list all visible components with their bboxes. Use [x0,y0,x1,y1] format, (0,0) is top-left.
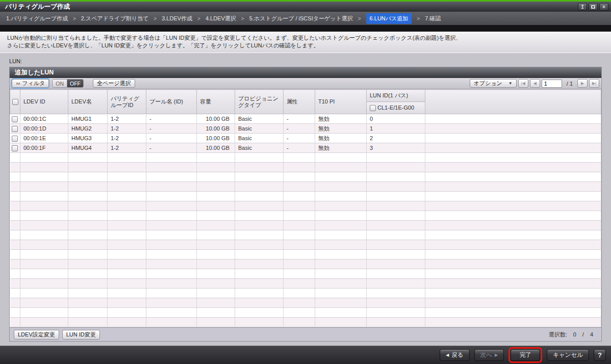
table-row[interactable]: 00:00:1F HMUG4 1-2 - 10.00 GB Basic - 無効… [10,143,601,153]
table-row[interactable]: 00:00:1D HMUG2 1-2 - 10.00 GB Basic - 無効… [10,124,601,134]
finish-button[interactable]: 完了 [511,349,540,361]
column-header-t10-pi[interactable]: T10 PI [315,90,367,114]
empty-table-row [10,182,601,192]
lun-id-change-button[interactable]: LUN ID変更 [62,330,100,340]
step-6: 6.LUNパス追加 [366,13,412,24]
cell-t10-pi: 無効 [315,124,367,134]
table-toolbar: ∧∧ フィルタ ON OFF 全ページ選択 オプション ▼ |◀ ◀ / 1 ▶… [10,78,601,89]
added-lun-panel-title: 追加したLUN [10,67,601,78]
cell-capacity: 10.00 GB [197,114,235,124]
next-page-button[interactable]: ▶ [577,79,588,88]
hostgroup-checkbox[interactable] [370,105,376,111]
empty-table-row [10,308,601,318]
page-number-input[interactable] [542,80,562,88]
cell-parity-group-id: 1-2 [108,114,146,124]
table-row[interactable]: 00:00:1C HMUG1 1-2 - 10.00 GB Basic - 無効… [10,114,601,124]
cell-capacity: 10.00 GB [197,134,235,143]
added-lun-panel: 追加したLUN ∧∧ フィルタ ON OFF 全ページ選択 オプション ▼ |◀… [9,67,602,342]
back-button[interactable]: ◀ 戻る [440,349,469,361]
back-button-label: 戻る [451,351,463,359]
filter-on-button[interactable]: ON [53,80,67,87]
prev-page-button[interactable]: ◀ [530,79,540,88]
column-header-ldev-name[interactable]: LDEV名 [68,90,108,114]
step-separator: > [154,16,157,21]
column-header-attribute[interactable]: 属性 [284,90,315,114]
step-7: 7.確認 [425,15,441,22]
window-controls: ↥ × [578,3,608,11]
select-all-checkbox[interactable] [12,99,18,105]
table-toolbar-right: オプション ▼ |◀ ◀ / 1 ▶ ▶| [470,79,599,88]
cell-filler [425,134,601,143]
cell-parity-group-id: 1-2 [108,124,146,134]
help-button[interactable]: ? [594,349,606,361]
cell-attribute: - [284,134,315,143]
column-header-capacity[interactable]: 容量 [197,90,235,114]
filter-on-off-toggle: ON OFF [52,79,84,88]
ldev-settings-change-button[interactable]: LDEV設定変更 [14,330,59,340]
cell-attribute: - [284,114,315,124]
row-checkbox[interactable] [12,116,18,122]
column-header-hostgroup[interactable]: CL1-E/1E-G00 [367,102,425,114]
cancel-button[interactable]: キャンセル [547,349,589,361]
chevron-down-icon: ▼ [508,81,513,86]
select-all-pages-button[interactable]: 全ページ選択 [93,79,135,88]
next-button-label: 次へ [480,351,492,359]
step-separator: > [417,16,420,21]
cell-provisioning-type: Basic [235,114,284,124]
empty-table-row [10,318,601,327]
options-button[interactable]: オプション ▼ [470,79,517,88]
empty-table-row [10,240,601,250]
row-checkbox[interactable] [12,136,18,142]
selection-separator: / [582,331,584,337]
cell-provisioning-type: Basic [235,143,284,153]
select-all-checkbox-header[interactable] [10,90,20,114]
column-header-parity-group-id[interactable]: パリティグループID [108,90,146,114]
cell-parity-group-id: 1-2 [108,134,146,143]
cell-attribute: - [284,143,315,153]
cell-ldev-name: HMUG4 [68,143,108,153]
last-page-icon: ▶| [592,81,596,86]
maximize-icon[interactable] [589,3,598,11]
cell-filler [425,143,601,153]
first-page-button[interactable]: |◀ [518,79,528,88]
next-button: 次へ ▶ [474,349,504,361]
window-title: パリティグループ作成 [5,3,70,11]
cell-pool-name: - [146,114,197,124]
cell-ldev-id: 00:00:1E [20,134,68,143]
step-4: 4.LDEV選択 [206,15,236,22]
cell-provisioning-type: Basic [235,124,284,134]
empty-table-row [10,269,601,279]
cell-capacity: 10.00 GB [197,124,235,134]
column-header-lun-id-group: LUN ID(1 パス) [367,90,425,102]
added-lun-table: LDEV ID LDEV名 パリティグループID プール名 (ID) 容量 プロ… [10,89,601,327]
cell-lun-id: 1 [367,124,425,134]
empty-table-row [10,201,601,211]
next-icon: ▶ [495,353,498,357]
empty-table-row [10,259,601,269]
action-bar: ◀ 戻る 次へ ▶ 完了 キャンセル ? [0,346,611,364]
minimize-icon[interactable]: ↥ [578,3,587,11]
selected-count-value: 0 [573,331,576,337]
last-page-button[interactable]: ▶| [589,79,599,88]
filter-off-button[interactable]: OFF [67,80,83,87]
empty-table-row [10,230,601,240]
selection-count: 選択数: 0 / 4 [549,331,597,339]
back-icon: ◀ [446,353,449,357]
row-checkbox[interactable] [12,145,18,151]
column-header-ldev-id[interactable]: LDEV ID [20,90,68,114]
options-button-label: オプション [474,80,502,87]
step-2: 2.スペアドライブ割り当て [81,15,149,22]
row-checkbox[interactable] [12,126,18,132]
filter-button[interactable]: ∧∧ フィルタ [12,79,49,88]
column-header-pool-name[interactable]: プール名 (ID) [146,90,197,114]
empty-table-row [10,153,601,163]
close-icon[interactable]: × [599,3,608,11]
cell-ldev-name: HMUG3 [68,134,108,143]
selection-count-label: 選択数: [549,331,567,339]
table-row[interactable]: 00:00:1E HMUG3 1-2 - 10.00 GB Basic - 無効… [10,134,601,143]
instruction-text: LUNが自動的に割り当てられました。手動で変更する場合は「LUN ID変更」で設… [0,32,611,53]
empty-table-row [10,221,601,230]
column-header-provisioning-type[interactable]: プロビジョニングタイプ [235,90,284,114]
cell-ldev-name: HMUG1 [68,114,108,124]
empty-table-row [10,163,601,172]
